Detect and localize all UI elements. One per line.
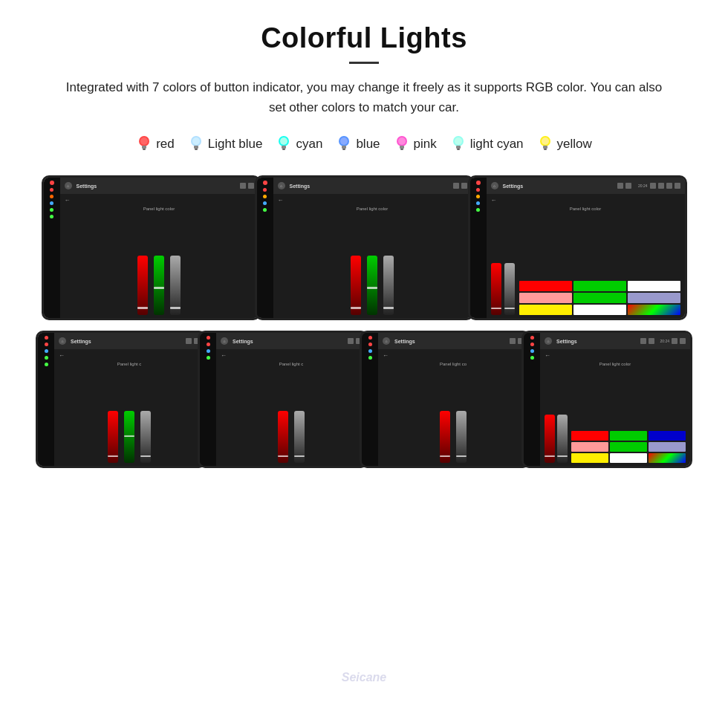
- slider-white: [456, 411, 467, 463]
- swatch: [610, 431, 647, 441]
- home-icon: ⌂: [383, 337, 390, 345]
- slider-red: [491, 263, 501, 315]
- panel-label-1: Panel light color: [65, 207, 254, 211]
- header-icon: [650, 183, 656, 189]
- sidebar-dot: [368, 349, 372, 353]
- sidebar-dot: [476, 201, 480, 205]
- color-item-lightcyan: light cyan: [450, 134, 524, 155]
- sidebar-dot: [368, 343, 372, 346]
- color-label-blue: blue: [356, 137, 380, 152]
- settings-label: Settings: [556, 339, 577, 344]
- screen-content-2: ⌂ Settings ← Panel light color: [273, 178, 472, 318]
- screens-row-1: ⌂ Settings ← Panel light color: [30, 175, 698, 320]
- sidebar-dot: [263, 181, 267, 185]
- sidebar-dot: [50, 208, 53, 212]
- sidebar-dot: [476, 181, 481, 185]
- body-content-7: [545, 371, 686, 463]
- svg-rect-26: [543, 146, 547, 149]
- bulb-icon-lightcyan: [450, 134, 467, 155]
- panel-label-3: Panel light color: [491, 207, 680, 211]
- sliders-area-6: [383, 371, 524, 463]
- screen-body-1: ← Panel light color: [60, 194, 259, 318]
- swatches-grid: [519, 281, 680, 315]
- color-item-blue: blue: [336, 134, 380, 155]
- header-icon: [248, 183, 254, 189]
- sidebar-dot: [45, 349, 48, 353]
- swatch: [571, 453, 608, 463]
- screen-body-2: ← Panel light color: [273, 194, 472, 318]
- swatch-rainbow: [628, 305, 680, 315]
- screen-content-1: ⌂ Settings ← Panel light color: [60, 178, 259, 318]
- screen-header-4: ⌂ Settings: [54, 333, 204, 349]
- screen-body-7: ← Panel light color: [540, 349, 690, 466]
- title-divider: [349, 62, 379, 64]
- slider-white: [140, 411, 151, 463]
- bulb-icon-cyan: [276, 134, 292, 155]
- sidebar-dot: [207, 343, 210, 346]
- header-icon: [348, 338, 354, 344]
- slider-red: [440, 411, 450, 463]
- bulb-icon-lightblue: [188, 134, 204, 155]
- sidebar-dot: [207, 356, 210, 360]
- screen-header-5: ⌂ Settings: [216, 333, 366, 349]
- header-icon: [617, 183, 623, 189]
- svg-rect-3: [143, 149, 146, 150]
- screen-header-3: ⌂ Settings 20:24: [487, 178, 685, 194]
- screen-1: ⌂ Settings ← Panel light color: [42, 175, 261, 320]
- sidebar-7: [524, 333, 540, 466]
- sidebar-dot: [45, 343, 48, 346]
- home-icon: ⌂: [491, 182, 498, 189]
- screen-header-7: ⌂ Settings 20:24: [540, 333, 690, 349]
- back-arrow: ←: [491, 197, 680, 204]
- panel-label-5: Panel light c: [221, 362, 362, 366]
- header-icon: [666, 183, 672, 189]
- screen-content-4: ⌂ Settings ← Panel light c: [54, 333, 204, 466]
- sliders-area-1: [65, 215, 254, 315]
- svg-point-21: [455, 137, 462, 145]
- back-arrow: ←: [65, 197, 254, 204]
- slider-white: [294, 411, 305, 463]
- svg-rect-11: [282, 149, 285, 150]
- svg-rect-14: [342, 146, 346, 149]
- swatches-grid-7: [571, 431, 686, 463]
- slider-red: [278, 411, 288, 463]
- bulb-icon-pink: [394, 134, 410, 155]
- sidebar-dot: [50, 201, 53, 205]
- settings-label: Settings: [290, 184, 311, 189]
- swatch: [573, 305, 626, 315]
- swatch: [519, 293, 572, 303]
- header-icon: [625, 183, 631, 189]
- svg-rect-10: [282, 146, 286, 149]
- color-label-lightcyan: light cyan: [470, 137, 524, 152]
- sidebar-dot: [368, 336, 372, 340]
- header-icon: [680, 338, 686, 344]
- sidebar-dot: [50, 188, 53, 192]
- swatch: [573, 281, 626, 291]
- sliders-area-5: [221, 371, 362, 463]
- header-icons: 20:24: [640, 338, 686, 344]
- svg-point-1: [140, 137, 148, 145]
- header-icon: [461, 183, 467, 189]
- header-icon: [649, 338, 654, 344]
- header-icon: [510, 338, 516, 344]
- sidebar-dot: [368, 356, 372, 360]
- back-arrow: ←: [59, 352, 200, 359]
- svg-point-13: [340, 137, 348, 145]
- sidebar-dot: [476, 195, 480, 198]
- swatch: [649, 431, 686, 441]
- sidebar-5: [200, 333, 216, 466]
- slider-red: [108, 411, 118, 463]
- sidebar-dot: [50, 195, 53, 198]
- page-container: Colorful Lights Integrated with 7 colors…: [0, 0, 728, 508]
- svg-point-9: [280, 137, 287, 145]
- color-list: red Light blue cyan: [30, 134, 698, 155]
- swatch: [628, 281, 680, 291]
- sidebar-dot: [45, 356, 48, 360]
- sidebar-dot: [530, 336, 534, 340]
- back-arrow: ←: [383, 352, 524, 359]
- swatch: [519, 305, 572, 315]
- header-icons: 20:24: [617, 183, 680, 189]
- header-icon: [672, 338, 677, 344]
- slider-red: [545, 415, 555, 463]
- screen-header-6: ⌂ Settings: [378, 333, 528, 349]
